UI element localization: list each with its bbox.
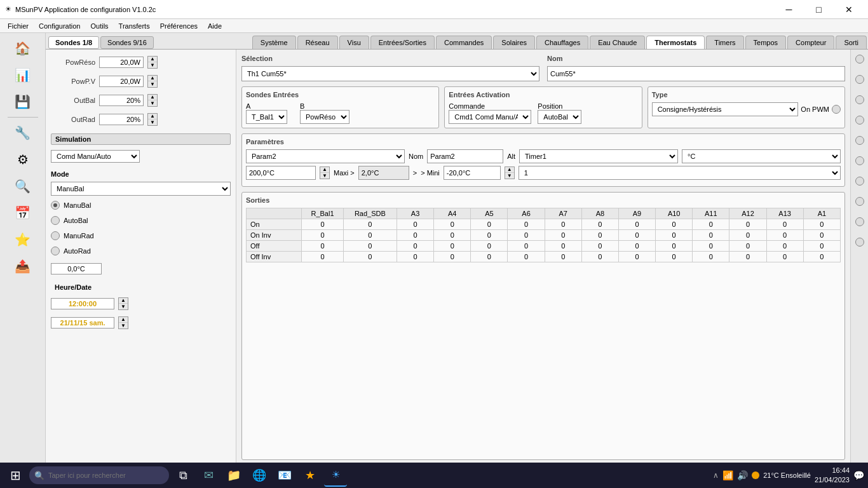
autorad-radio[interactable] [51, 247, 60, 255]
taskbar-clock[interactable]: 16:44 21/04/2023 [815, 466, 850, 485]
menu-configuration[interactable]: Configuration [34, 19, 85, 32]
menu-preferences[interactable]: Préférences [155, 19, 203, 32]
sondes-a-select[interactable]: T_Bal1 [246, 110, 287, 124]
autobal-radio[interactable] [51, 216, 60, 225]
table-cell[interactable]: 0 [545, 252, 581, 262]
table-cell[interactable]: 0 [656, 241, 693, 252]
table-cell[interactable]: 0 [656, 252, 693, 262]
right-radio-3[interactable] [855, 95, 864, 104]
sidebar-icon-home[interactable]: 🏠 [8, 36, 38, 61]
menu-aide[interactable]: Aide [203, 19, 227, 32]
table-cell[interactable]: 0 [581, 241, 618, 252]
table-cell[interactable]: 0 [343, 252, 397, 262]
table-cell[interactable]: 0 [766, 241, 803, 252]
tab-solaires[interactable]: Solaires [493, 36, 535, 49]
sidebar-icon-star[interactable]: ⭐ [8, 227, 38, 252]
tab-sondes-9-16[interactable]: Sondes 9/16 [100, 36, 154, 49]
tab-entrees-sorties[interactable]: Entrées/Sorties [370, 36, 435, 49]
taskbar-app1[interactable]: 📧 [273, 464, 296, 487]
table-cell[interactable]: 0 [434, 241, 471, 252]
powreso-down[interactable]: ▼ [148, 62, 157, 68]
table-cell[interactable]: 0 [693, 230, 729, 241]
table-cell[interactable]: 0 [397, 219, 434, 230]
type-select[interactable]: Consigne/Hystérésis [652, 102, 799, 116]
sidebar-icon-tools[interactable]: 🔧 [8, 120, 38, 146]
table-cell[interactable]: 0 [302, 219, 344, 230]
table-cell[interactable]: 0 [581, 230, 618, 241]
on-pwm-radio[interactable] [832, 105, 841, 114]
sondes-b-select[interactable]: PowRéso [300, 110, 349, 124]
powpv-spinner[interactable]: ▲ ▼ [147, 75, 158, 88]
tab-commandes[interactable]: Commandes [436, 36, 492, 49]
table-cell[interactable]: 0 [397, 241, 434, 252]
simulation-mode-select[interactable]: Comd Manu/Auto [51, 150, 140, 163]
table-cell[interactable]: 0 [471, 241, 508, 252]
temp-input[interactable] [51, 263, 102, 274]
table-cell[interactable]: 0 [581, 252, 618, 262]
selection-select[interactable]: Th1 Cum55* [241, 66, 539, 81]
table-cell[interactable]: 0 [397, 252, 434, 262]
tab-tempos[interactable]: Tempos [745, 36, 787, 49]
table-cell[interactable]: 0 [693, 241, 729, 252]
start-button[interactable]: ⊞ [4, 464, 27, 487]
right-radio-2[interactable] [855, 75, 864, 84]
table-cell[interactable]: 0 [471, 230, 508, 241]
nom-input[interactable] [547, 66, 845, 81]
table-cell[interactable]: 0 [729, 230, 766, 241]
table-cell[interactable]: 0 [343, 241, 397, 252]
right-radio-7[interactable] [855, 177, 864, 186]
date-input[interactable] [51, 317, 114, 329]
param-select[interactable]: Param2 [246, 149, 405, 163]
outbal-input[interactable] [99, 95, 144, 106]
table-cell[interactable]: 0 [434, 252, 471, 262]
taskbar-folder[interactable]: 📁 [222, 464, 245, 487]
sidebar-icon-chart[interactable]: 📊 [8, 62, 38, 88]
table-cell[interactable]: 0 [803, 230, 840, 241]
table-cell[interactable]: 0 [729, 219, 766, 230]
table-cell[interactable]: 0 [434, 230, 471, 241]
right-radio-1[interactable] [855, 55, 864, 64]
time-down[interactable]: ▼ [119, 304, 128, 309]
mini-spinner[interactable]: ▲ ▼ [505, 166, 515, 179]
powpv-up[interactable]: ▲ [148, 76, 157, 81]
table-cell[interactable]: 0 [343, 230, 397, 241]
menu-fichier[interactable]: Fichier [3, 19, 34, 32]
maximize-button[interactable]: □ [804, 1, 833, 18]
table-cell[interactable]: 0 [618, 241, 655, 252]
sidebar-icon-settings[interactable]: ⚙ [8, 147, 38, 172]
sidebar-icon-save[interactable]: 💾 [8, 89, 38, 114]
tab-systeme[interactable]: Système [252, 36, 296, 49]
position-select[interactable]: AutoBal [538, 110, 581, 124]
taskbar-mail[interactable]: ✉ [197, 464, 220, 487]
table-cell[interactable]: 0 [803, 241, 840, 252]
right-radio-8[interactable] [855, 197, 864, 206]
powreso-spinner[interactable]: ▲ ▼ [147, 56, 158, 69]
manubal-radio[interactable] [51, 201, 60, 210]
manurad-radio[interactable] [51, 231, 60, 240]
date-down[interactable]: ▼ [119, 323, 128, 329]
maxi-value[interactable] [358, 166, 409, 180]
menu-transferts[interactable]: Transferts [114, 19, 155, 32]
tab-eau-chaude[interactable]: Eau Chaude [590, 36, 645, 49]
right-radio-6[interactable] [855, 156, 864, 165]
powpv-input[interactable] [99, 76, 144, 87]
task-view-button[interactable]: ⧉ [172, 464, 194, 487]
mini-input[interactable] [444, 166, 501, 180]
tab-thermostats[interactable]: Thermostats [646, 36, 705, 49]
time-input[interactable] [51, 298, 114, 309]
table-cell[interactable]: 0 [397, 230, 434, 241]
mode-value-select[interactable]: ManuBal [51, 182, 231, 196]
table-cell[interactable]: 0 [693, 252, 729, 262]
table-cell[interactable]: 0 [618, 252, 655, 262]
table-cell[interactable]: 0 [545, 219, 581, 230]
taskbar-app2[interactable]: ★ [299, 464, 322, 487]
close-button[interactable]: ✕ [834, 1, 863, 18]
right-radio-10[interactable] [855, 238, 864, 247]
table-cell[interactable]: 0 [656, 230, 693, 241]
table-cell[interactable]: 0 [434, 219, 471, 230]
table-cell[interactable]: 0 [618, 219, 655, 230]
table-cell[interactable]: 0 [508, 219, 545, 230]
param-alt-select[interactable]: Timer1 [519, 149, 678, 163]
maxi-input[interactable] [246, 166, 316, 180]
right-radio-5[interactable] [855, 136, 864, 145]
